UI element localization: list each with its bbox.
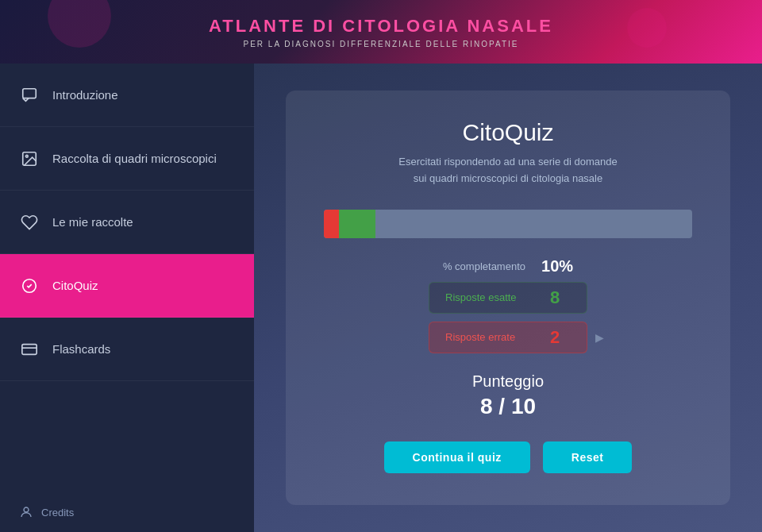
sidebar: Introduzione Raccolta di quadri microsco… <box>0 64 254 532</box>
wrong-box: Risposte errate 2 <box>429 322 587 353</box>
sidebar-item-raccolta[interactable]: Raccolta di quadri microscopici <box>0 127 254 191</box>
check-circle-icon <box>19 276 40 296</box>
completion-label: % completamento <box>443 260 525 272</box>
heart-icon <box>19 212 40 233</box>
completion-value: 10% <box>541 257 573 276</box>
credits-label: Credits <box>41 507 74 519</box>
sidebar-item-flashcards[interactable]: Flashcards <box>0 318 254 381</box>
sidebar-item-introduzione[interactable]: Introduzione <box>0 64 254 127</box>
progress-wrong-segment <box>324 210 339 238</box>
sidebar-item-raccolte[interactable]: Le mie raccolte <box>0 191 254 254</box>
main-content: CitoQuiz Esercitati rispondendo ad una s… <box>254 64 762 532</box>
wrong-value: 2 <box>539 327 571 348</box>
svg-point-6 <box>24 507 29 512</box>
sidebar-item-citoquiz-label: CitoQuiz <box>52 279 98 292</box>
completion-row: % completamento 10% <box>324 257 692 276</box>
credits-button[interactable]: Credits <box>0 492 254 532</box>
score-section: Punteggio 8 / 10 <box>324 372 692 419</box>
header-title-prefix: ATLANTE DI <box>209 16 342 36</box>
correct-label: Risposte esatte <box>445 291 517 303</box>
wrong-label: Risposte errate <box>445 331 515 343</box>
quiz-subtitle-line1: Esercitati rispondendo ad una serie di d… <box>398 156 617 168</box>
svg-rect-4 <box>22 344 37 354</box>
reset-button[interactable]: Reset <box>543 441 633 473</box>
sidebar-item-citoquiz[interactable]: CitoQuiz <box>0 254 254 318</box>
sidebar-item-flashcards-label: Flashcards <box>52 342 110 356</box>
action-buttons: Continua il quiz Reset <box>324 441 692 473</box>
quiz-title: CitoQuiz <box>324 119 692 146</box>
score-label: Punteggio <box>324 372 692 391</box>
correct-box: Risposte esatte 8 <box>429 282 587 314</box>
app-header: ATLANTE DI CITOLOGIA NASALE PER LA DIAGN… <box>0 0 762 64</box>
correct-row: Risposte esatte 8 <box>324 282 692 314</box>
header-subtitle: PER LA DIAGNOSI DIFFERENZIALE DELLE RINO… <box>244 40 519 48</box>
wrong-row: Risposte errate 2 <box>324 322 692 353</box>
card-icon <box>19 339 40 360</box>
continue-button[interactable]: Continua il quiz <box>384 441 530 473</box>
stats-section: Risposte esatte 8 Risposte errate 2 <box>324 282 692 353</box>
user-icon <box>19 505 33 519</box>
chat-icon <box>19 85 40 106</box>
progress-bar <box>324 210 692 238</box>
main-layout: Introduzione Raccolta di quadri microsco… <box>0 64 762 532</box>
score-value: 8 / 10 <box>324 394 692 419</box>
quiz-subtitle: Esercitati rispondendo ad una serie di d… <box>324 154 692 187</box>
quiz-card: CitoQuiz Esercitati rispondendo ad una s… <box>286 91 730 505</box>
image-icon <box>19 148 40 169</box>
svg-rect-0 <box>23 88 37 98</box>
correct-value: 8 <box>539 287 571 308</box>
sidebar-item-raccolta-label: Raccolta di quadri microscopici <box>52 152 217 165</box>
progress-correct-segment <box>339 210 375 238</box>
header-title-highlight: CITOLOGIA NASALE <box>342 16 553 36</box>
sidebar-item-introduzione-label: Introduzione <box>52 88 118 102</box>
header-title: ATLANTE DI CITOLOGIA NASALE <box>209 16 553 37</box>
svg-point-2 <box>25 155 28 157</box>
quiz-subtitle-line2: sui quadri microscopici di citologia nas… <box>414 172 602 184</box>
sidebar-item-raccolte-label: Le mie raccolte <box>52 215 133 229</box>
